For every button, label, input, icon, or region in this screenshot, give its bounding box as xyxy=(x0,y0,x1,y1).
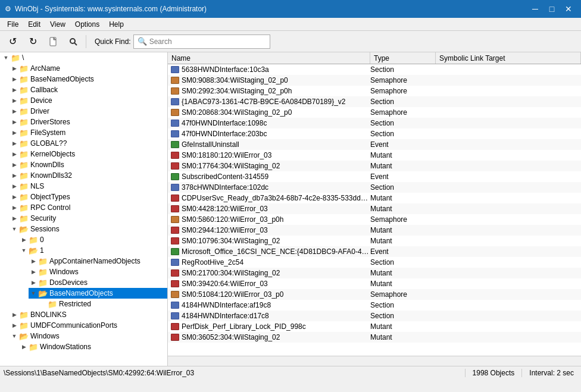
refresh-button[interactable]: ↺ xyxy=(4,33,21,50)
table-row[interactable]: SM0:36052:304:WilStaging_02 Mutant xyxy=(168,332,581,343)
table-row[interactable]: SM0:21700:304:WilStaging_02 Mutant xyxy=(168,268,581,278)
tree-node-windows-3[interactable]: ▶ 📁 Windows xyxy=(29,266,167,277)
nls-expand[interactable]: ▶ xyxy=(10,181,19,191)
basenamedobj-expand[interactable]: ▶ xyxy=(10,74,19,84)
menu-file[interactable]: File xyxy=(2,19,23,30)
col-header-target[interactable]: Symbolic Link Target xyxy=(436,52,581,64)
find-button[interactable] xyxy=(64,33,82,50)
driver-expand[interactable]: ▶ xyxy=(10,106,19,116)
tree-node-nls[interactable]: ▶ 📁 NLS xyxy=(10,181,167,192)
table-row[interactable]: 4184HWNDInterface:d17c8 Section xyxy=(168,311,581,321)
tree-node-basenamedobj[interactable]: ▶ 📁 BaseNamedObjects xyxy=(10,74,167,84)
tree-node-device[interactable]: ▶ 📁 Device xyxy=(10,95,167,106)
device-expand[interactable]: ▶ xyxy=(10,96,19,105)
windows1-expand[interactable]: ▼ xyxy=(10,331,19,341)
table-row[interactable]: SM0:5860:120:WilError_03_p0h Semaphore xyxy=(168,214,581,225)
table-row[interactable]: Microsoft_Office_16CSI_NCE_NCE:{4D81DBC9… xyxy=(168,246,581,257)
menu-help[interactable]: Help xyxy=(104,19,129,30)
tree-node-windowstations[interactable]: ▶ 📁 WindowStations xyxy=(19,341,167,352)
col-header-type[interactable]: Type xyxy=(370,52,436,64)
search-input[interactable] xyxy=(149,37,266,46)
tree-node-global[interactable]: ▶ 📁 GLOBAL?? xyxy=(10,138,167,149)
tree-node-callback[interactable]: ▶ 📁 Callback xyxy=(10,84,167,95)
table-row[interactable]: 378cHWNDInterface:102dc Section xyxy=(168,182,581,193)
table-row[interactable]: RegRootHive_2c54 Section xyxy=(168,257,581,268)
menu-options[interactable]: Options xyxy=(70,19,104,30)
arcname-expand[interactable]: ▶ xyxy=(10,64,19,73)
tree-node-driver[interactable]: ▶ 📁 Driver xyxy=(10,106,167,117)
table-row[interactable]: 5638HWNDInterface:10c3a Section xyxy=(168,64,581,75)
tree-node-kernelobjects[interactable]: ▶ 📁 KernelObjects xyxy=(10,149,167,159)
menu-view[interactable]: View xyxy=(45,19,70,30)
windows3-expand[interactable]: ▶ xyxy=(29,267,38,277)
table-row[interactable]: PerfDisk_Perf_Library_Lock_PID_998c Muta… xyxy=(168,321,581,332)
file-button[interactable] xyxy=(44,33,62,50)
table-row[interactable]: SM0:17764:304:WilStaging_02 Mutant xyxy=(168,161,581,171)
umdf-expand[interactable]: ▶ xyxy=(10,321,19,330)
windowstations-expand[interactable]: ▶ xyxy=(19,342,29,352)
maximize-button[interactable]: □ xyxy=(544,1,560,17)
table-row[interactable]: SM0:20868:304:WilStaging_02_p0 Semaphore xyxy=(168,107,581,118)
dosdevices-expand[interactable]: ▶ xyxy=(29,278,38,287)
table-row[interactable]: SM0:2944:120:WilError_03 Mutant xyxy=(168,225,581,236)
knowndlls32-expand[interactable]: ▶ xyxy=(10,171,19,180)
tree-node-dosdevices[interactable]: ▶ 📁 DosDevices xyxy=(29,277,167,288)
tree-node-sessions[interactable]: ▼ 📂 Sessions xyxy=(10,224,167,234)
table-row[interactable]: {1ABAC973-1361-4C7B-B9CE-6A084DB70189}_v… xyxy=(168,96,581,107)
kernelobjects-expand[interactable]: ▶ xyxy=(10,149,19,159)
object-list[interactable]: 5638HWNDInterface:10c3a Section SM0:9088… xyxy=(168,64,581,356)
table-row[interactable]: SM0:4428:120:WilError_03 Mutant xyxy=(168,203,581,214)
tree-node-filesystem[interactable]: ▶ 📁 FileSystem xyxy=(10,127,167,138)
table-row[interactable]: SM0:39420:64:WilError_03 Mutant xyxy=(168,278,581,289)
menu-edit[interactable]: Edit xyxy=(23,19,45,30)
basenamedobj2-expand[interactable]: ▼ xyxy=(29,288,38,298)
reload-button[interactable]: ↻ xyxy=(24,33,42,50)
h-scrollbar-inner[interactable] xyxy=(168,356,581,366)
table-row[interactable]: GfeInstallUninstall Event xyxy=(168,139,581,150)
tree-node-0[interactable]: ▶ 📁 0 xyxy=(19,234,167,245)
1-expand[interactable]: ▼ xyxy=(19,246,29,255)
table-row[interactable]: SubscribedContent-314559 Event xyxy=(168,171,581,182)
security-expand[interactable]: ▶ xyxy=(10,214,19,223)
table-row[interactable]: 4184HWNDInterface:af19c8 Section xyxy=(168,300,581,311)
table-row[interactable]: 47f0HWNDInterface:1098c Section xyxy=(168,118,581,128)
table-row[interactable]: SM0:10796:304:WilStaging_02 Mutant xyxy=(168,236,581,246)
h-scrollbar[interactable] xyxy=(168,356,581,366)
appcontainer-expand[interactable]: ▶ xyxy=(29,256,38,266)
col-header-name[interactable]: Name xyxy=(168,52,370,64)
table-row[interactable]: SM0:9088:304:WilStaging_02_p0 Semaphore xyxy=(168,75,581,86)
filesystem-expand[interactable]: ▶ xyxy=(10,128,19,137)
tree-node-arcname[interactable]: ▶ 📁 ArcName xyxy=(10,63,167,74)
search-box[interactable]: 🔍 xyxy=(133,35,270,49)
0-expand[interactable]: ▶ xyxy=(19,235,29,244)
tree-node-restricted[interactable]: ▶ 📁 Restricted xyxy=(38,299,167,309)
table-row[interactable]: CDPUserSvc_Ready_db7a3b24-68b7-4c2e-8335… xyxy=(168,193,581,203)
root-expand[interactable]: ▼ xyxy=(1,53,11,62)
tree-node-windows-1[interactable]: ▼ 📂 Windows xyxy=(10,331,167,341)
tree-node-security[interactable]: ▶ 📁 Security xyxy=(10,213,167,224)
close-button[interactable]: ✕ xyxy=(561,1,576,17)
global-expand[interactable]: ▶ xyxy=(10,139,19,148)
tree-node-knowndlls32[interactable]: ▶ 📁 KnownDlls32 xyxy=(10,170,167,181)
tree-node-bnolinks[interactable]: ▶ 📁 BNOLINKS xyxy=(10,309,167,320)
sessions-expand[interactable]: ▼ xyxy=(10,224,19,234)
rpccontrol-expand[interactable]: ▶ xyxy=(10,203,19,212)
tree-node-knowndlls[interactable]: ▶ 📁 KnownDlls xyxy=(10,159,167,170)
tree-node-basenamedobj-selected[interactable]: ▼ 📂 BaseNamedObjects xyxy=(29,288,167,299)
callback-expand[interactable]: ▶ xyxy=(10,85,19,95)
objecttypes-expand[interactable]: ▶ xyxy=(10,192,19,202)
tree-node-driverstores[interactable]: ▶ 📁 DriverStores xyxy=(10,117,167,127)
tree-root[interactable]: ▼ 📁 \ xyxy=(0,52,167,63)
minimize-button[interactable]: ─ xyxy=(527,1,543,17)
knowndlls-expand[interactable]: ▶ xyxy=(10,160,19,170)
driverstores-expand[interactable]: ▶ xyxy=(10,117,19,127)
table-row[interactable]: SM0:18180:120:WilError_03 Mutant xyxy=(168,150,581,161)
tree-node-appcontainer[interactable]: ▶ 📁 AppContainerNamedObjects xyxy=(29,256,167,266)
table-row[interactable]: 47f0HWNDInterface:203bc Section xyxy=(168,128,581,139)
tree-node-umdf[interactable]: ▶ 📁 UMDFCommunicationPorts xyxy=(10,320,167,331)
tree-node-objecttypes[interactable]: ▶ 📁 ObjectTypes xyxy=(10,192,167,202)
tree-node-rpccontrol[interactable]: ▶ 📁 RPC Control xyxy=(10,202,167,213)
table-row[interactable]: SM0:51084:120:WilError_03_p0 Semaphore xyxy=(168,289,581,300)
tree-node-1[interactable]: ▼ 📂 1 xyxy=(19,245,167,256)
table-row[interactable]: SM0:2992:304:WilStaging_02_p0h Semaphore xyxy=(168,86,581,96)
